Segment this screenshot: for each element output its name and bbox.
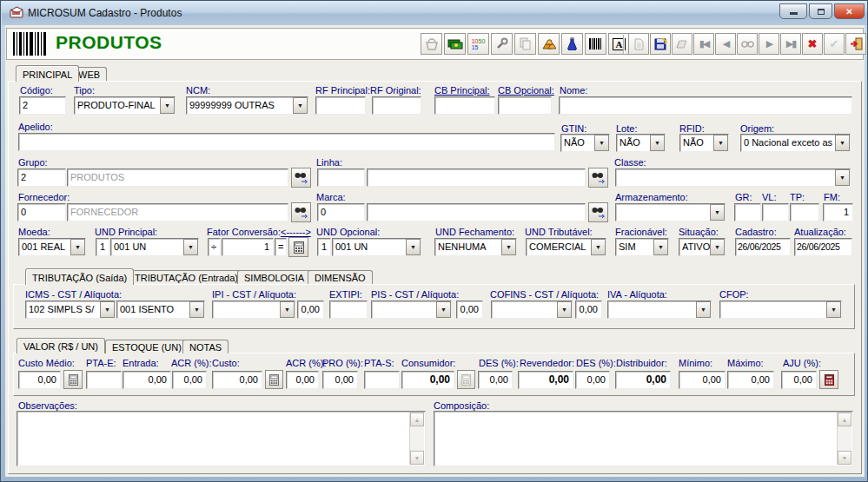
price-table-button[interactable]: 105015 — [467, 33, 489, 55]
codigo-input[interactable]: 2 — [19, 96, 66, 115]
tab-tributacao-saida[interactable]: TRIBUTAÇÃO (Saída) — [25, 268, 134, 285]
tab-estoque[interactable]: ESTOQUE (UN) — [105, 340, 189, 353]
chevron-down-icon[interactable]: ▼ — [557, 301, 572, 318]
iva-select[interactable]: ▼ — [607, 300, 712, 319]
chevron-down-icon[interactable]: ▼ — [189, 301, 204, 318]
gtin-select[interactable]: NÃO▼ — [560, 134, 610, 152]
first-record-button[interactable]: ▮◀ — [693, 33, 714, 55]
chevron-down-icon[interactable]: ▼ — [591, 239, 606, 255]
close-button[interactable]: ✕ — [834, 3, 865, 19]
marca-lookup-button[interactable] — [588, 202, 608, 222]
minimo-input[interactable]: 0,00 — [679, 371, 726, 389]
ipi-aliquota-input[interactable]: 0,00 — [297, 300, 324, 319]
tp-input[interactable] — [790, 203, 819, 221]
find-button[interactable] — [737, 33, 758, 55]
chevron-down-icon[interactable]: ▼ — [436, 301, 451, 318]
confirm-button[interactable]: ✔ — [824, 33, 845, 55]
rf-principal-input[interactable] — [315, 96, 366, 115]
exit-button[interactable] — [845, 33, 866, 55]
fracionavel-select[interactable]: SIM▼ — [615, 238, 669, 256]
distribuidor-input[interactable]: 0,00 — [615, 371, 671, 389]
fm-input[interactable]: 1 — [823, 203, 853, 221]
pta-e-input[interactable] — [86, 371, 122, 389]
icms-cst-select[interactable]: 102 SIMPLS S/▼ — [25, 300, 116, 319]
label-button[interactable]: A — [608, 33, 630, 55]
des2-input[interactable]: 0,00 — [575, 371, 610, 389]
ipi-cst-select[interactable]: ▼ — [212, 300, 295, 319]
pis-aliquota-input[interactable]: 0,00 — [456, 300, 483, 319]
linha-code-input[interactable] — [317, 168, 365, 187]
chevron-down-icon[interactable]: ▼ — [713, 135, 728, 151]
custo-input[interactable]: 0,00 — [212, 371, 262, 389]
next-record-button[interactable]: ▶ — [759, 33, 779, 55]
cfop-select[interactable]: ▼ — [719, 300, 842, 319]
observacoes-scrollbar[interactable]: ▲ ▼ — [409, 413, 424, 465]
acr1-input[interactable]: 0,00 — [172, 371, 207, 389]
chevron-down-icon[interactable]: ▼ — [710, 204, 725, 221]
rf-original-input[interactable] — [372, 96, 421, 115]
tools-button[interactable] — [491, 33, 513, 55]
und-principal-select[interactable]: 001 UN▼ — [110, 238, 199, 256]
chevron-down-icon[interactable]: ▼ — [594, 135, 609, 151]
chevron-down-icon[interactable]: ▼ — [710, 239, 725, 255]
grupo-code-input[interactable]: 2 — [17, 168, 66, 187]
lote-select[interactable]: NÃO▼ — [616, 134, 666, 152]
tab-principal[interactable]: PRINCIPAL — [16, 65, 79, 82]
consumidor-input[interactable]: 0,00 — [401, 371, 454, 389]
chevron-down-icon[interactable]: ▼ — [696, 301, 711, 318]
linha-lookup-button[interactable] — [588, 168, 608, 188]
acr2-input[interactable]: 0,00 — [286, 371, 319, 389]
cofins-aliquota-input[interactable]: 0,00 — [575, 300, 602, 319]
basket-button[interactable] — [421, 33, 442, 55]
ncm-select[interactable]: 99999999 OUTRAS▼ — [186, 96, 308, 115]
scroll-down-button[interactable]: ▼ — [838, 451, 851, 465]
cb-principal-link[interactable]: CB Principal: — [434, 85, 490, 96]
tab-tributacao-entrada[interactable]: TRIBUTAÇÃO (Entrada) — [128, 270, 245, 284]
cb-opcional-input[interactable] — [498, 96, 552, 115]
nome-input[interactable] — [559, 96, 852, 115]
des1-input[interactable]: 0,00 — [478, 371, 513, 389]
gold-bars-button[interactable] — [538, 33, 560, 55]
chevron-down-icon[interactable]: ▼ — [501, 239, 516, 255]
apelido-input[interactable] — [18, 133, 555, 151]
chevron-down-icon[interactable]: ▼ — [826, 301, 841, 318]
chevron-down-icon[interactable]: ▼ — [280, 301, 295, 318]
classe-select[interactable]: ▼ — [615, 168, 851, 187]
chevron-down-icon[interactable]: ▼ — [100, 301, 115, 318]
cofins-cst-select[interactable]: ▼ — [491, 300, 573, 319]
marca-code-input[interactable]: 0 — [317, 203, 365, 221]
und-tributavel-select[interactable]: COMERCIAL▼ — [526, 238, 606, 256]
pro-input[interactable]: 0,00 — [322, 371, 358, 389]
money-button[interactable] — [444, 33, 466, 55]
aju-input[interactable]: 0,00 — [781, 371, 817, 389]
erase-button[interactable] — [672, 33, 692, 55]
rfid-select[interactable]: NÃO▼ — [679, 134, 729, 152]
scroll-up-button[interactable]: ▲ — [410, 413, 424, 426]
fornecedor-lookup-button[interactable] — [291, 202, 311, 222]
tipo-select[interactable]: PRODUTO-FINAL▼ — [74, 96, 176, 115]
cancel-button[interactable]: ✖ — [802, 33, 823, 55]
cb-principal-input[interactable] — [434, 96, 495, 115]
minimize-button[interactable] — [779, 3, 807, 19]
tab-simbologia[interactable]: SIMBOLOGIA — [237, 270, 311, 284]
barcode-button[interactable] — [585, 33, 606, 55]
chevron-down-icon[interactable]: ▼ — [650, 135, 665, 151]
scroll-up-button[interactable]: ▲ — [838, 413, 851, 426]
prior-record-button[interactable]: ◀ — [715, 33, 736, 55]
composicao-scrollbar[interactable]: ▲ ▼ — [837, 413, 851, 465]
custo-medio-input[interactable]: 0,00 — [18, 371, 61, 389]
chevron-down-icon[interactable]: ▼ — [835, 169, 850, 186]
consumidor-calc-button[interactable] — [457, 370, 475, 389]
chevron-down-icon[interactable]: ▼ — [160, 97, 175, 114]
restore-button[interactable] — [809, 3, 832, 19]
origem-select[interactable]: 0 Nacional exceto as i▼ — [740, 134, 851, 152]
situacao-select[interactable]: ATIVO▼ — [679, 238, 726, 256]
chevron-down-icon[interactable]: ▼ — [183, 239, 198, 255]
cb-opcional-link[interactable]: CB Opcional: — [498, 85, 554, 96]
entrada-input[interactable]: 0,00 — [123, 371, 171, 389]
grupo-lookup-button[interactable] — [291, 168, 311, 188]
und-opcional-select[interactable]: 001 UN▼ — [332, 238, 421, 256]
revendedor-input[interactable]: 0,00 — [518, 371, 573, 389]
composicao-textarea[interactable]: ▲ ▼ — [434, 411, 853, 466]
chevron-down-icon[interactable]: ▼ — [293, 97, 308, 114]
